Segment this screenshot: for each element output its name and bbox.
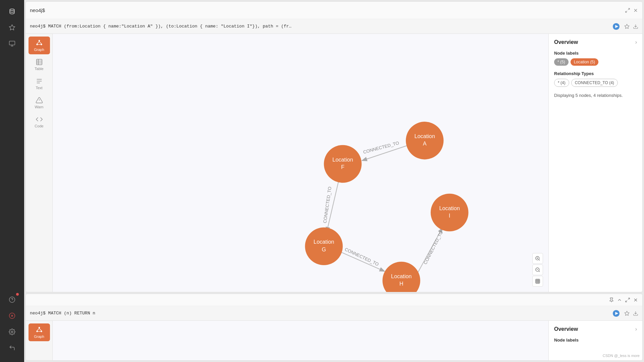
panel-2-query-text: neo4j$ MATCH (n) RETURN n <box>30 311 611 316</box>
panel-1-expand-button[interactable] <box>625 8 630 13</box>
svg-line-58 <box>626 300 627 302</box>
panel-1-header: neo4j$ <box>26 2 642 19</box>
panel-1-star-button[interactable] <box>624 24 630 29</box>
svg-marker-1 <box>9 25 15 30</box>
panel-1-view-tabs: Graph Table Text Warn <box>26 34 53 292</box>
sidebar-top <box>5 4 19 291</box>
zoom-out-button[interactable] <box>532 264 543 275</box>
svg-text:G: G <box>322 246 326 252</box>
badge-connected-to-rels[interactable]: CONNECTED_TO (4) <box>571 79 618 87</box>
panel-2-download-button[interactable] <box>633 311 638 316</box>
panel-1-body: Graph Table Text Warn <box>26 34 642 292</box>
panel-2-expand-button[interactable] <box>625 297 630 303</box>
svg-line-57 <box>628 298 630 300</box>
panel-2-query-bar: neo4j$ MATCH (n) RETURN n <box>26 306 642 321</box>
svg-line-22 <box>37 42 39 44</box>
sidebar-icon-back[interactable] <box>5 341 19 355</box>
svg-text:Location: Location <box>332 157 353 163</box>
sidebar-icon-favorites[interactable] <box>5 20 19 35</box>
sidebar-icon-help-wrapper <box>5 292 19 307</box>
panel-1-query-text: neo4j$ MATCH (from:Location { name:"Loca… <box>30 24 611 29</box>
tab-text-1[interactable]: Text <box>29 75 50 93</box>
tab-warn-1[interactable]: Warn <box>29 94 50 112</box>
overview-description: Displaying 5 nodes, 4 relationships. <box>554 92 637 99</box>
svg-text:H: H <box>399 281 404 287</box>
edge-label-af: CONNECTED_TO <box>363 140 399 155</box>
overview-header: Overview › <box>554 39 637 45</box>
panel-1: neo4j$ neo4j$ MATCH (from:Location { nam… <box>25 1 643 292</box>
panel-1-query-bar: neo4j$ MATCH (from:Location { name:"Loca… <box>26 19 642 34</box>
svg-line-23 <box>39 42 41 44</box>
panel-2-up-button[interactable] <box>617 297 622 303</box>
badge-location-nodes[interactable]: Location (5) <box>571 58 598 66</box>
panel-1-graph-area: CONNECTED_TO CONNECTED_TO CONNECTED_TO C… <box>53 34 548 292</box>
node-labels-title: Node labels <box>554 51 637 56</box>
overview-2-header: Overview › <box>554 326 637 332</box>
tab-graph-2[interactable]: Graph <box>29 323 50 341</box>
fit-view-button[interactable] <box>532 276 543 287</box>
svg-point-65 <box>38 327 40 328</box>
sidebar-icon-monitor[interactable] <box>5 36 19 51</box>
tab-graph-1-label: Graph <box>34 48 44 52</box>
sidebar-icon-disconnect[interactable] <box>5 308 19 323</box>
sidebar-icon-settings[interactable] <box>5 324 19 339</box>
tab-code-1[interactable]: Code <box>29 113 50 131</box>
overview-2-title: Overview <box>554 326 578 332</box>
panel-2-graph-area <box>53 321 548 360</box>
overview-title: Overview <box>554 39 578 45</box>
svg-marker-63 <box>625 311 629 315</box>
svg-point-19 <box>38 40 40 42</box>
edge-label-fg: CONNECTED_TO <box>322 186 332 224</box>
tab-graph-1[interactable]: Graph <box>29 37 50 54</box>
panel-1-download-button[interactable] <box>633 24 638 29</box>
panel-2-extra-actions <box>609 297 638 303</box>
sidebar-bottom <box>5 292 19 358</box>
panel-2-run-button[interactable] <box>611 309 621 318</box>
svg-line-68 <box>37 328 39 330</box>
graph-controls <box>532 253 543 287</box>
panel-1-run-button[interactable] <box>611 22 621 31</box>
sidebar <box>0 0 24 362</box>
svg-text:Location: Location <box>439 205 460 211</box>
panel-1-title: neo4j$ <box>30 7 625 13</box>
svg-text:Location: Location <box>414 133 435 139</box>
badge-all-rels[interactable]: * (4) <box>554 79 569 87</box>
zoom-in-button[interactable] <box>532 253 543 264</box>
svg-line-69 <box>39 328 41 330</box>
panel-2-star-button[interactable] <box>624 311 630 316</box>
svg-point-5 <box>9 297 15 303</box>
panel-2-pin-button[interactable] <box>609 297 614 303</box>
panel-1-close-button[interactable] <box>633 8 638 13</box>
node-labels-badges: * (5) Location (5) <box>554 58 637 66</box>
sidebar-icon-database[interactable] <box>5 4 19 19</box>
tab-warn-1-label: Warn <box>35 105 44 109</box>
svg-text:F: F <box>341 164 344 170</box>
panel-2-extra-header <box>26 294 642 306</box>
overview-chevron-icon[interactable]: › <box>635 39 637 45</box>
sidebar-icon-help[interactable] <box>5 292 19 307</box>
panel-2-view-tabs: Graph <box>26 321 53 360</box>
edge-label-hi: CONNECTED_TO <box>423 230 444 265</box>
svg-text:Location: Location <box>314 239 334 245</box>
svg-line-12 <box>626 11 627 12</box>
badge-all-nodes[interactable]: * (5) <box>554 58 569 66</box>
tab-code-1-label: Code <box>35 124 43 128</box>
svg-rect-2 <box>9 41 15 45</box>
tab-table-1[interactable]: Table <box>29 56 50 73</box>
panel-2-close-button[interactable] <box>633 297 638 303</box>
panel-2-query-actions <box>611 309 638 318</box>
panel-1-header-actions <box>625 8 638 13</box>
svg-point-0 <box>10 9 14 11</box>
watermark: CSDN @_less is more <box>603 354 640 358</box>
edge-label-gh: CONNECTED_TO <box>344 247 380 267</box>
panel-1-overview: Overview › Node labels * (5) Location (5… <box>548 34 642 292</box>
svg-rect-25 <box>36 59 42 65</box>
overview-2-chevron-icon[interactable]: › <box>635 326 637 332</box>
panel-1-graph-svg: CONNECTED_TO CONNECTED_TO CONNECTED_TO C… <box>53 34 548 292</box>
svg-text:Location: Location <box>391 273 412 279</box>
svg-text:I: I <box>449 213 450 219</box>
svg-rect-55 <box>536 279 540 283</box>
node-labels-2-title: Node labels <box>554 338 637 343</box>
panel-1-query-actions <box>611 22 638 31</box>
tab-graph-2-label: Graph <box>34 335 44 339</box>
